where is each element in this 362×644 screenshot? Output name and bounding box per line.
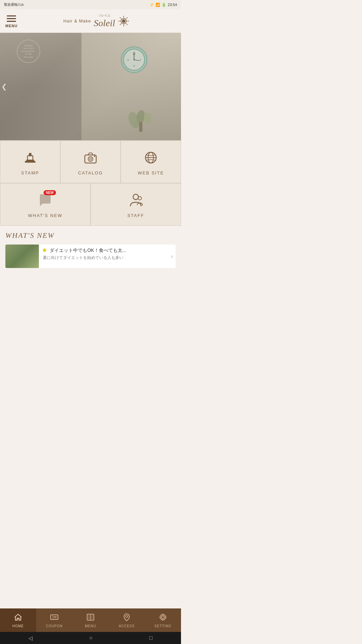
clock-svg: 12 3 6 9 [122, 48, 146, 71]
whatsnew-label: WHAT'S NEW [28, 213, 62, 218]
botanical-decor [121, 93, 161, 133]
grid-item-stamp[interactable]: STAMP [0, 141, 60, 183]
chat-icon-wrapper: NEW [38, 193, 53, 209]
hero-prev-arrow[interactable]: ❮ [1, 83, 7, 91]
menu-button[interactable]: MENU [5, 14, 17, 28]
logo-prefix: Hair & Make [63, 18, 91, 23]
time-display: 23:54 [168, 3, 177, 7]
grid-item-catalog[interactable]: CATALOG [60, 141, 121, 183]
main-grid-bottom: NEW WHAT'S NEW STAFF [0, 183, 181, 226]
stamp-label: STAMP [21, 170, 39, 175]
website-label: WEB SITE [138, 170, 164, 175]
new-badge: NEW [44, 190, 56, 195]
logo-main-wrapper: ソレイユ Soleil [94, 13, 115, 29]
vintage-stamp: CaliforniaSince 1992OCEAN BLVD.N° 108San… [17, 40, 40, 63]
botanical-svg [121, 93, 161, 133]
svg-point-38 [94, 156, 95, 157]
grid-item-whatsnew[interactable]: NEW WHAT'S NEW [0, 183, 90, 226]
hero-left-panel [0, 33, 81, 140]
svg-text:12: 12 [133, 52, 136, 55]
news-status-dot [43, 249, 46, 252]
grid-item-staff[interactable]: STAFF [90, 183, 181, 226]
wall-clock: 12 3 6 9 [121, 46, 147, 73]
svg-text:3: 3 [139, 58, 141, 61]
news-title-text: ダイエット中でもOK！食べても太... [50, 248, 126, 253]
hero-banner: CaliforniaSince 1992OCEAN BLVD.N° 108San… [0, 33, 181, 140]
svg-rect-33 [27, 156, 33, 160]
logo-main: Soleil [94, 18, 115, 28]
news-thumbnail [5, 245, 39, 268]
hamburger-icon[interactable] [5, 14, 17, 23]
svg-point-16 [119, 20, 122, 22]
logo-area: Hair & Make ソレイユ Soleil [17, 13, 176, 29]
grid-item-website[interactable]: WEB SITE [121, 141, 181, 183]
svg-rect-32 [25, 161, 36, 163]
status-bar: 緊急通報のみ ⚡ 📶 🔋 23:54 [0, 0, 181, 9]
app-header: MENU Hair & Make ソレイユ Soleil [0, 9, 181, 33]
svg-text:9: 9 [127, 58, 129, 61]
svg-point-37 [89, 158, 92, 160]
svg-point-14 [123, 23, 124, 25]
svg-point-12 [125, 20, 128, 22]
svg-text:6: 6 [133, 64, 135, 67]
bottom-spacer [0, 268, 181, 308]
globe-icon [143, 150, 158, 166]
svg-point-10 [123, 17, 124, 19]
sun-icon [118, 15, 130, 27]
svg-point-36 [88, 157, 93, 161]
status-right: ⚡ 📶 🔋 23:54 [149, 3, 177, 7]
main-grid-top: STAMP CATALOG WEB SITE [0, 140, 181, 183]
svg-rect-30 [139, 122, 142, 132]
whats-new-section: WHAT'S NEW ダイエット中でもOK！食べても太... 夏に向けてダイエッ… [0, 226, 181, 268]
svg-point-18 [122, 19, 125, 23]
svg-point-43 [138, 197, 141, 200]
battery-icon: 🔋 [162, 3, 166, 7]
news-subtitle-text: 夏に向けてダイエットを始めている人も多い [43, 255, 167, 261]
news-item[interactable]: ダイエット中でもOK！食べても太... 夏に向けてダイエットを始めている人も多い… [5, 245, 176, 268]
status-left-text: 緊急通報のみ [4, 2, 24, 7]
signal-icon: 📶 [156, 3, 160, 7]
stamp-icon [23, 150, 38, 166]
news-title-line: ダイエット中でもOK！食べても太... [43, 247, 167, 254]
logo-kana: ソレイユ [94, 13, 115, 18]
bluetooth-icon: ⚡ [149, 3, 154, 7]
staff-icon [128, 193, 143, 209]
whats-new-title: WHAT'S NEW [5, 231, 176, 240]
news-arrow-icon: › [171, 245, 176, 268]
camera-icon [83, 150, 98, 166]
svg-rect-34 [29, 153, 32, 156]
staff-label: STAFF [127, 213, 144, 218]
menu-label: MENU [5, 24, 17, 28]
catalog-label: CATALOG [78, 170, 103, 175]
news-content: ダイエット中でもOK！食べても太... 夏に向けてダイエットを始めている人も多い [39, 245, 171, 268]
chat-with-badge: NEW [38, 193, 53, 209]
hero-background: CaliforniaSince 1992OCEAN BLVD.N° 108San… [0, 33, 181, 140]
svg-point-42 [133, 194, 138, 200]
